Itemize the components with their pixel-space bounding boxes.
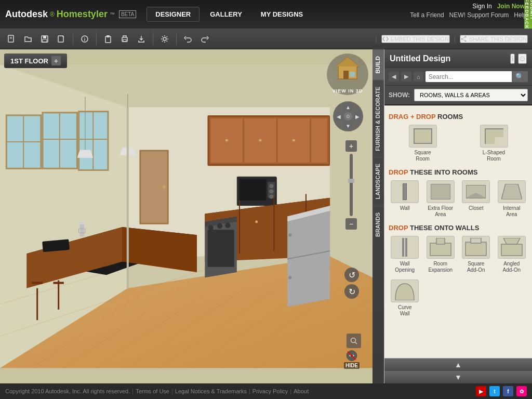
my-designs-nav-button[interactable]: MY DESIGNS: [252, 7, 311, 22]
terms-link[interactable]: Terms of Use: [136, 388, 169, 394]
nav-home-button[interactable]: ⌂: [414, 72, 423, 82]
open-button[interactable]: [21, 32, 35, 46]
show-select[interactable]: ROOMS, WALLS & AREAS FLOOR PLAN 3D VIEW: [414, 89, 528, 101]
compass-down-button[interactable]: ▼: [344, 122, 352, 130]
svg-rect-89: [80, 223, 84, 237]
rooms-grid: SquareRoom L-ShapedRoom: [389, 125, 528, 162]
zoom-out-button[interactable]: −: [345, 218, 357, 230]
rotate-ccw-button[interactable]: ↺: [344, 268, 359, 282]
trademark-symbol: ™: [110, 11, 115, 17]
join-now-link[interactable]: Join Now!: [497, 3, 527, 10]
compass-right-button[interactable]: ▶: [353, 112, 362, 121]
angled-addon-item[interactable]: AngledAdd-On: [496, 236, 528, 273]
search-input[interactable]: [425, 71, 512, 82]
collapse-down-button[interactable]: ▼: [384, 371, 532, 383]
view-3d-widget[interactable]: VIEW IN 3D: [327, 54, 368, 95]
wall-opening-label: WallOpening: [395, 261, 415, 273]
designer-nav-button[interactable]: DESIGNER: [147, 7, 200, 22]
compass-center-button[interactable]: ⊙: [344, 112, 352, 121]
compass-up-button[interactable]: ▲: [344, 103, 352, 111]
side-tab-furnish[interactable]: FURNISH & DECORATE: [373, 80, 384, 157]
svg-rect-116: [466, 242, 486, 256]
side-tab-landscape[interactable]: LANDSCAPE: [373, 157, 384, 205]
zoom-slider-thumb[interactable]: [348, 179, 354, 183]
main-content: 1ST FLOOR + VIEW IN 3D ▲ ◀ ⊙: [0, 49, 532, 383]
svg-rect-6: [58, 36, 63, 42]
settings-button[interactable]: [157, 32, 172, 46]
square-room-item[interactable]: SquareRoom: [389, 125, 457, 162]
wall-openings-grid: WallOpening RoomExpansion: [389, 236, 528, 273]
feedback-label: SUBMITFEEDBACK: [524, 0, 532, 30]
panel-header-icons: ℹ ⚙: [510, 54, 527, 64]
clipboard-button[interactable]: [101, 32, 115, 46]
youtube-icon[interactable]: ▶: [476, 386, 486, 396]
side-tab-build[interactable]: BUILD: [373, 49, 384, 80]
embed-button[interactable]: EMBED THIS DESIGN: [381, 35, 450, 43]
svg-point-16: [464, 40, 466, 42]
svg-rect-104: [343, 71, 349, 79]
zoom-in-button[interactable]: +: [345, 140, 357, 152]
floor-label[interactable]: 1ST FLOOR +: [4, 54, 67, 68]
rotate-cw-button[interactable]: ↻: [344, 284, 359, 299]
flickr-icon[interactable]: ✿: [516, 386, 527, 396]
navigation-compass[interactable]: ▲ ◀ ⊙ ▶ ▼: [333, 101, 363, 131]
support-forum-link[interactable]: NEW! Support Forum: [449, 11, 509, 19]
export-button[interactable]: [134, 32, 149, 46]
curve-wall-item[interactable]: CurveWall: [389, 280, 421, 317]
privacy-link[interactable]: Privacy Policy: [252, 388, 288, 394]
clipboard-icon: [104, 35, 112, 43]
embed-icon: [382, 36, 389, 42]
tell-friend-link[interactable]: Tell a Friend: [410, 11, 444, 19]
svg-marker-80: [287, 211, 330, 307]
nav-forward-button[interactable]: ▶: [401, 72, 411, 82]
square-addon-item[interactable]: SquareAdd-On: [460, 236, 493, 273]
side-tab-brands[interactable]: BRANDS: [373, 206, 384, 243]
extra-floor-item[interactable]: Extra FloorArea: [424, 180, 457, 218]
l-shaped-room-label: L-ShapedRoom: [483, 150, 505, 162]
magnify-button[interactable]: [347, 334, 361, 348]
save-as-button[interactable]: [54, 32, 69, 46]
svg-rect-112: [402, 238, 404, 257]
twitter-icon[interactable]: t: [489, 386, 500, 396]
redo-icon: [201, 35, 209, 43]
rooms-section-title: DRAG + DROP ROOMS: [389, 113, 528, 121]
logo-area: Autodesk ® Homestyler ™ BETA: [5, 9, 136, 20]
room-expansion-item[interactable]: RoomExpansion: [424, 236, 457, 273]
internal-area-item[interactable]: InternalArea: [496, 180, 528, 218]
l-shaped-room-item[interactable]: L-ShapedRoom: [460, 125, 528, 162]
add-floor-button[interactable]: +: [51, 56, 61, 65]
legal-link[interactable]: Legal Notices & Trademarks: [175, 388, 247, 394]
panel-settings-button[interactable]: ⚙: [518, 54, 527, 64]
closet-item[interactable]: Closet: [460, 180, 493, 218]
search-submit-button[interactable]: 🔍: [512, 71, 528, 82]
info-button[interactable]: i: [77, 32, 92, 46]
footer: Copyright 2010 Autodesk, Inc. All rights…: [0, 383, 532, 399]
feedback-tab[interactable]: SUBMITFEEDBACK: [524, 0, 532, 29]
square-room-icon-box: [409, 125, 437, 148]
panel-title: Untitled Design: [390, 54, 450, 63]
panel-info-button[interactable]: ℹ: [510, 54, 515, 64]
save-button[interactable]: [37, 32, 52, 46]
zoom-slider-track[interactable]: [350, 154, 353, 216]
wall-opening-item[interactable]: WallOpening: [389, 236, 421, 273]
hide-button[interactable]: HIDE: [342, 350, 361, 369]
redo-button[interactable]: [197, 32, 212, 46]
wall-shape: [403, 183, 407, 200]
print-button[interactable]: [117, 32, 132, 46]
internal-area-icon-box: [498, 180, 526, 203]
panel-content: DRAG + DROP ROOMS SquareRoom L-ShapedRoo…: [384, 105, 532, 358]
secondary-links: Tell a Friend NEW! Support Forum Help: [410, 11, 527, 19]
svg-point-47: [162, 185, 165, 189]
gallery-nav-button[interactable]: GALLERY: [202, 7, 250, 22]
canvas-area[interactable]: 1ST FLOOR + VIEW IN 3D ▲ ◀ ⊙: [0, 49, 373, 383]
share-button[interactable]: SHARE THIS DESIGN: [460, 35, 528, 43]
compass-left-button[interactable]: ◀: [335, 112, 343, 121]
sign-in-link[interactable]: Sign In: [472, 3, 491, 10]
about-link[interactable]: About: [294, 388, 309, 394]
new-button[interactable]: [4, 32, 19, 46]
wall-item[interactable]: Wall: [389, 180, 421, 218]
collapse-up-button[interactable]: ▲: [384, 358, 532, 371]
nav-back-button[interactable]: ◀: [389, 72, 399, 82]
undo-button[interactable]: [181, 32, 195, 46]
facebook-icon[interactable]: f: [503, 386, 513, 396]
